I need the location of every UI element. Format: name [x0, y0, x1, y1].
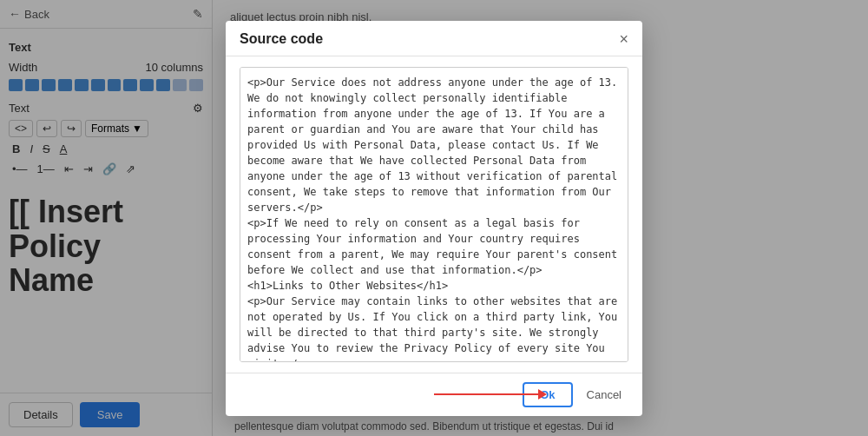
- source-code-dialog: Source code × Ok Cancel: [226, 21, 642, 416]
- modal-header: Source code ×: [226, 21, 642, 56]
- cancel-button[interactable]: Cancel: [580, 384, 628, 406]
- arrow-head: [538, 389, 547, 400]
- source-code-textarea[interactable]: [240, 67, 628, 362]
- modal-overlay: Source code × Ok Cancel: [0, 0, 868, 436]
- modal-title: Source code: [240, 31, 323, 47]
- modal-close-button[interactable]: ×: [619, 31, 628, 47]
- arrow-indicator: [434, 389, 547, 400]
- modal-body: [226, 56, 642, 373]
- modal-footer: Ok Cancel: [226, 373, 642, 416]
- page-layout: ← Back ✎ Text Width 10 columns: [0, 0, 868, 436]
- arrow-line: [434, 393, 538, 395]
